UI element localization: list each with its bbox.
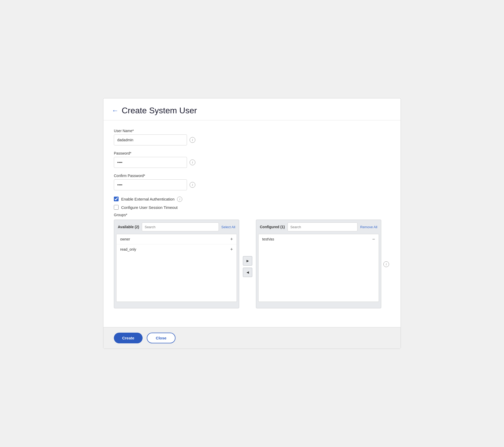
configure-session-row: Configure User Session Timeout — [114, 205, 390, 210]
close-button[interactable]: Close — [147, 333, 175, 343]
move-right-button[interactable]: ▶ — [243, 256, 252, 266]
back-button[interactable]: ← — [112, 107, 119, 115]
modal-header: ← Create System User — [103, 98, 401, 120]
groups-label: Groups* — [114, 213, 390, 217]
move-right-icon: ▶ — [247, 259, 249, 263]
configured-panel-info-icon[interactable]: i — [383, 261, 389, 267]
password-input[interactable] — [114, 157, 187, 168]
available-panel: Available (2) Select All owner + read_on… — [114, 220, 239, 308]
username-field-row: i — [114, 134, 390, 145]
password-label: Password* — [114, 151, 390, 155]
remove-testvas-button[interactable]: − — [372, 237, 375, 242]
confirm-password-info-icon[interactable]: i — [190, 182, 195, 188]
add-owner-button[interactable]: + — [230, 237, 233, 242]
configure-session-checkbox[interactable] — [114, 205, 119, 210]
configured-panel-wrapper: Configured (1) Remove All testVas − i — [256, 220, 389, 308]
password-info-icon[interactable]: i — [190, 160, 195, 165]
create-button[interactable]: Create — [114, 333, 143, 343]
configured-panel-title: Configured (1) — [260, 225, 285, 229]
list-item: read_only + — [116, 244, 237, 254]
confirm-password-input[interactable] — [114, 179, 187, 190]
group-item-name: testVas — [262, 237, 274, 241]
confirm-password-field-row: i — [114, 179, 390, 190]
enable-ext-auth-label: Enable External Authentication — [121, 197, 174, 201]
group-item-name: owner — [120, 237, 130, 241]
password-group: Password* i — [114, 151, 390, 168]
move-left-button[interactable]: ◀ — [243, 268, 252, 277]
configured-panel-header: Configured (1) Remove All — [256, 220, 381, 234]
confirm-password-group: Confirm Password* i — [114, 174, 390, 190]
available-search-input[interactable] — [142, 222, 219, 231]
modal-footer: Create Close — [103, 327, 401, 349]
group-item-name: read_only — [120, 247, 136, 251]
configured-panel: Configured (1) Remove All testVas − — [256, 220, 381, 308]
configure-session-label: Configure User Session Timeout — [121, 205, 178, 210]
available-panel-header: Available (2) Select All — [114, 220, 239, 234]
username-input[interactable] — [114, 134, 187, 145]
add-read-only-button[interactable]: + — [230, 247, 233, 252]
enable-ext-auth-checkbox[interactable] — [114, 197, 119, 201]
username-label: User Name* — [114, 129, 390, 133]
modal-container: ← Create System User User Name* i Passwo… — [103, 98, 401, 349]
select-all-button[interactable]: Select All — [221, 225, 235, 229]
ext-auth-info-icon[interactable]: i — [177, 197, 182, 202]
available-group-list: owner + read_only + — [116, 234, 237, 302]
confirm-password-label: Confirm Password* — [114, 174, 390, 178]
page-title: Create System User — [122, 106, 197, 115]
username-info-icon[interactable]: i — [190, 137, 195, 143]
list-item: testVas − — [259, 234, 379, 244]
enable-ext-auth-row: Enable External Authentication i — [114, 196, 390, 202]
list-item: owner + — [116, 234, 237, 244]
transfer-buttons: ▶ ◀ — [239, 256, 256, 277]
available-panel-title: Available (2) — [118, 225, 139, 229]
modal-body: User Name* i Password* i Confirm Passwor… — [103, 120, 401, 327]
configured-search-input[interactable] — [288, 222, 358, 231]
remove-all-button[interactable]: Remove All — [360, 225, 377, 229]
groups-section: Available (2) Select All owner + read_on… — [114, 220, 390, 308]
password-field-row: i — [114, 157, 390, 168]
move-left-icon: ◀ — [247, 270, 249, 274]
configured-group-list: testVas − — [258, 234, 379, 302]
username-group: User Name* i — [114, 129, 390, 145]
